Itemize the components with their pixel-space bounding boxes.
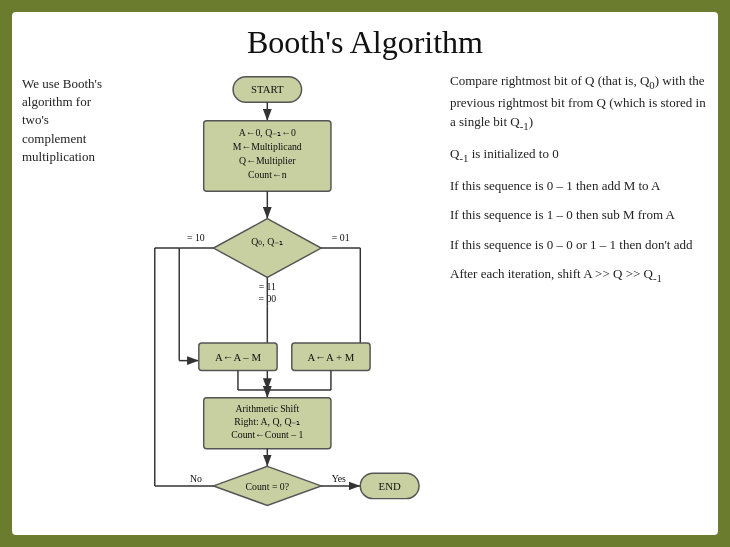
right-description: Compare rightmost bit of Q (that is, Q0)… [442,67,718,530]
svg-text:A←A + M: A←A + M [308,351,355,363]
desc-compare: Compare rightmost bit of Q (that is, Q0)… [450,71,708,134]
svg-text:Yes: Yes [332,473,346,484]
svg-text:Count←Count – 1: Count←Count – 1 [231,429,303,440]
svg-text:START: START [251,83,284,95]
svg-text:END: END [379,480,401,492]
svg-text:M←Multiplicand: M←Multiplicand [233,141,302,152]
svg-marker-10 [213,219,321,278]
flowchart-diagram: START A←0, Q₋₁←0 M←Multiplicand Q←Multip… [122,67,442,530]
svg-text:A←A – M: A←A – M [215,351,261,363]
desc-init: Q-1 is initialized to 0 [450,144,708,166]
svg-text:= 01: = 01 [332,232,350,243]
page-title: Booth's Algorithm [12,12,718,67]
content-area: We use Booth's algorithm for two's compl… [12,67,718,530]
svg-text:Count←n: Count←n [248,169,287,180]
desc-seq-01: If this sequence is 0 – 1 then add M to … [450,176,708,196]
svg-text:Q₀, Q₋₁: Q₀, Q₋₁ [251,236,283,247]
desc-shift: After each iteration, shift A >> Q >> Q-… [450,264,708,286]
desc-seq-00-11: If this sequence is 0 – 0 or 1 – 1 then … [450,235,708,255]
left-description: We use Booth's algorithm for two's compl… [12,67,122,530]
svg-text:Count = 0?: Count = 0? [246,481,289,492]
svg-text:= 10: = 10 [187,232,205,243]
svg-text:Right: A, Q, Q₋₁: Right: A, Q, Q₋₁ [234,416,300,427]
svg-text:A←0, Q₋₁←0: A←0, Q₋₁←0 [239,127,296,138]
svg-text:Arithmetic Shift: Arithmetic Shift [235,403,299,414]
desc-seq-10: If this sequence is 1 – 0 then sub M fro… [450,205,708,225]
svg-text:Q←Multiplier: Q←Multiplier [239,155,296,166]
svg-text:No: No [190,473,202,484]
main-card: Booth's Algorithm We use Booth's algorit… [12,12,718,535]
